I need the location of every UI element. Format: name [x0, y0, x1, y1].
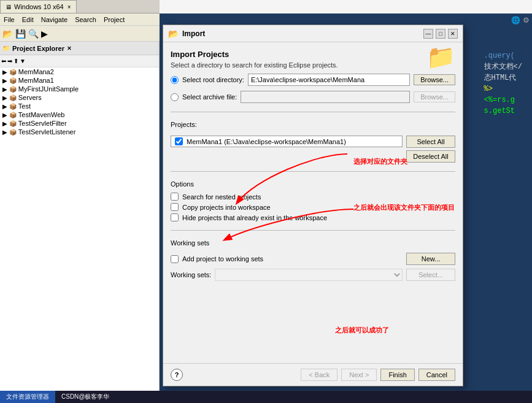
- folder-big-icon: 📁: [426, 44, 455, 70]
- next-button: Next >: [341, 369, 377, 381]
- separator1: [171, 112, 455, 112]
- import-dialog: 📂 Import — □ ✕ Import Projects Select a …: [163, 25, 463, 386]
- dialog-overlay: 📂 Import — □ ✕ Import Projects Select a …: [0, 0, 532, 403]
- option-checkbox-0[interactable]: [171, 193, 179, 201]
- option-row-2: Hide projects that already exist in the …: [171, 213, 455, 221]
- add-working-set-checkbox[interactable]: [171, 255, 179, 263]
- dialog-titlebar: 📂 Import — □ ✕: [163, 25, 463, 42]
- working-sets-row: Working sets: Select...: [171, 269, 455, 281]
- cancel-button[interactable]: Cancel: [418, 369, 455, 381]
- taskbar-item-1[interactable]: CSDN@极客李华: [55, 391, 116, 403]
- archive-label: Select archive file:: [182, 93, 237, 101]
- archive-row: Select archive file: Browse...: [171, 91, 455, 103]
- close-button[interactable]: ✕: [448, 29, 458, 39]
- option-row-0: Search for nested projects: [171, 193, 455, 201]
- options-section: Options Search for nested projects Copy …: [171, 180, 455, 221]
- option-label-2: Hide projects that already exist in the …: [182, 214, 327, 221]
- option-checkbox-1[interactable]: [171, 203, 179, 211]
- annotation-success: 之后就可以成功了: [335, 326, 389, 335]
- finish-button[interactable]: Finish: [380, 369, 414, 381]
- archive-radio[interactable]: [171, 93, 179, 101]
- option-row-1: Copy projects into workspace: [171, 203, 455, 211]
- minimize-button[interactable]: —: [423, 29, 433, 39]
- separator3: [171, 230, 455, 231]
- folder-illustration: 📁: [426, 44, 455, 71]
- projects-buttons: Select All Deselect All: [406, 136, 455, 163]
- archive-input: [241, 91, 410, 103]
- footer-right: < Back Next > Finish Cancel: [301, 369, 455, 381]
- browse-root-button[interactable]: Browse...: [414, 74, 455, 85]
- root-dir-label: Select root directory:: [182, 76, 244, 83]
- project-label-0: MemMana1 (E:\Java\eclipse-workspace\MemM…: [187, 138, 346, 145]
- option-label-0: Search for nested projects: [182, 193, 261, 201]
- root-dir-row: Select root directory: Browse...: [171, 74, 455, 86]
- taskbar-item-0[interactable]: 文件资源管理器: [0, 391, 55, 403]
- dialog-subtitle: Select a directory to search for existin…: [171, 61, 455, 69]
- help-button[interactable]: ?: [171, 369, 183, 381]
- working-sets-dropdown[interactable]: [215, 269, 403, 281]
- root-dir-radio[interactable]: [171, 76, 179, 84]
- browse-archive-button: Browse...: [414, 91, 455, 102]
- project-row-0[interactable]: MemMana1 (E:\Java\eclipse-workspace\MemM…: [171, 136, 402, 147]
- working-sets-label: Working sets: [171, 239, 455, 247]
- project-checkbox-0[interactable]: [175, 137, 183, 145]
- projects-list: MemMana1 (E:\Java\eclipse-workspace\MemM…: [171, 136, 403, 147]
- root-dir-input[interactable]: [248, 74, 410, 86]
- projects-label: Projects:: [171, 121, 455, 128]
- dialog-title-left: 📂 Import: [168, 29, 205, 39]
- options-label: Options: [171, 180, 455, 188]
- separator2: [171, 171, 455, 172]
- option-checkbox-2[interactable]: [171, 213, 179, 221]
- back-button: < Back: [301, 369, 337, 381]
- dialog-title-text: Import: [182, 29, 205, 38]
- add-working-set-row: Add project to working sets New...: [171, 253, 455, 265]
- new-working-set-button[interactable]: New...: [406, 253, 455, 265]
- dialog-footer: ? < Back Next > Finish Cancel: [163, 363, 463, 386]
- working-sets-section: Working sets Add project to working sets…: [171, 239, 455, 281]
- dialog-section-title: Import Projects: [171, 50, 455, 59]
- taskbar: 文件资源管理器 CSDN@极客李华: [0, 391, 532, 403]
- option-label-1: Copy projects into workspace: [182, 204, 271, 211]
- projects-row: MemMana1 (E:\Java\eclipse-workspace\MemM…: [171, 136, 455, 163]
- select-all-button[interactable]: Select All: [406, 136, 455, 148]
- add-working-set-label: Add project to working sets: [182, 255, 263, 263]
- dialog-title-icon: 📂: [168, 29, 179, 39]
- dialog-titlebar-controls: — □ ✕: [423, 29, 458, 39]
- select-working-set-button: Select...: [406, 269, 455, 281]
- working-sets-row-label: Working sets:: [171, 271, 211, 278]
- maximize-button[interactable]: □: [436, 29, 445, 39]
- deselect-all-button[interactable]: Deselect All: [406, 150, 455, 163]
- dialog-body: Import Projects Select a directory to se…: [163, 42, 463, 363]
- footer-left: ?: [171, 369, 183, 381]
